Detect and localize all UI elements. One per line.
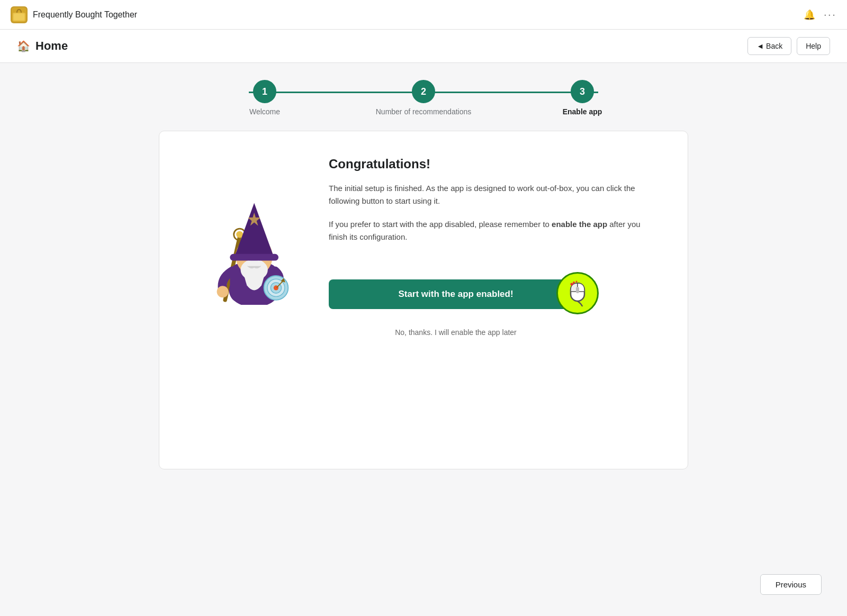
mouse-cursor-icon (566, 280, 589, 306)
card-inner: Congratulations! The initial setup is fi… (191, 157, 656, 337)
help-button[interactable]: Help (797, 37, 830, 55)
step-label-1: Welcome (249, 107, 280, 116)
step-circle-3: 3 (571, 80, 594, 103)
svg-rect-3 (14, 14, 24, 20)
step-circle-1: 1 (253, 80, 276, 103)
step-label-3: Enable app (563, 107, 602, 116)
card-content: Congratulations! The initial setup is fi… (329, 157, 656, 337)
svg-rect-26 (576, 287, 579, 293)
previous-button[interactable]: Previous (760, 574, 822, 595)
wizard-image-container (191, 157, 308, 337)
top-bar-left: Frequently Bought Together (11, 6, 137, 23)
bell-icon[interactable]: 🔔 (804, 9, 815, 21)
stepper-step-2: 2 Number of recommendations (344, 80, 503, 116)
step-circle-2: 2 (412, 80, 435, 103)
app-icon (11, 6, 28, 23)
congrats-title: Congratulations! (329, 157, 656, 171)
enable-button-wrapper: Start with the app enabled! (329, 267, 583, 309)
svg-marker-21 (235, 203, 274, 257)
stepper-step-1: 1 Welcome (185, 80, 344, 116)
congrats-note-start: If you prefer to start with the app disa… (329, 220, 552, 229)
svg-point-24 (217, 286, 229, 297)
enable-app-button[interactable]: Start with the app enabled! (329, 279, 583, 309)
top-bar-right: 🔔 ··· (804, 8, 836, 22)
svg-point-27 (571, 283, 573, 286)
congrats-note-bold: enable the app (552, 220, 607, 229)
page-header: 🏠 Home ◄ Back Help (0, 30, 847, 63)
page-title: Home (35, 39, 68, 53)
stepper: 1 Welcome 2 Number of recommendations 3 … (185, 80, 662, 116)
wizard-illustration (196, 188, 302, 305)
main-card: Congratulations! The initial setup is fi… (159, 131, 688, 469)
congrats-note: If you prefer to start with the app disa… (329, 218, 656, 243)
app-title-text: Frequently Bought Together (33, 10, 137, 20)
congrats-description: The initial setup is finished. As the ap… (329, 182, 656, 207)
svg-point-28 (573, 282, 575, 284)
step-label-2: Number of recommendations (376, 107, 472, 116)
stepper-step-3: 3 Enable app (503, 80, 662, 116)
page-header-left: 🏠 Home (17, 39, 68, 53)
svg-rect-22 (230, 254, 278, 261)
top-bar: Frequently Bought Together 🔔 ··· (0, 0, 847, 30)
skip-link[interactable]: No, thanks. I will enable the app later (329, 328, 583, 337)
main-content: 1 Welcome 2 Number of recommendations 3 … (0, 63, 847, 486)
more-icon[interactable]: ··· (824, 8, 836, 22)
footer: Previous (760, 574, 822, 595)
header-buttons: ◄ Back Help (747, 37, 830, 55)
home-icon: 🏠 (17, 40, 30, 52)
back-button[interactable]: ◄ Back (747, 37, 791, 55)
cursor-overlay (556, 272, 599, 314)
svg-point-29 (576, 281, 578, 283)
